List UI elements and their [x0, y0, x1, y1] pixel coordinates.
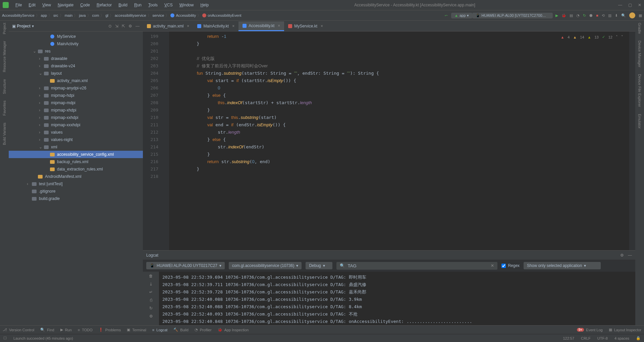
code-area[interactable]: return -1 } // 优化版 // 修复了前后传入字符相同时会Over … — [169, 31, 629, 250]
indent-info[interactable]: 4 spaces — [614, 336, 629, 340]
stop-icon[interactable]: ■ — [596, 13, 598, 17]
gear-icon[interactable]: ⚙ — [128, 24, 132, 28]
breadcrumb-segment[interactable]: service — [153, 13, 164, 17]
print-icon[interactable]: ⎙ — [150, 298, 152, 302]
tree-node[interactable]: ›drawable — [9, 55, 143, 62]
menu-vcs[interactable]: VCS — [162, 1, 175, 9]
tree-node[interactable]: backup_rules.xml — [9, 158, 143, 165]
breadcrumb-segment[interactable]: onAccessibilityEvent — [208, 13, 241, 17]
event-log-button[interactable]: 9+ Event Log — [577, 328, 603, 332]
device-dropdown[interactable]: 📱 HUAWEI ALP-AL00 UYT0217C27 ▾ — [146, 262, 225, 269]
tool-build-variants[interactable]: Build Variants — [2, 123, 6, 145]
avd-icon[interactable]: ▥ — [608, 13, 611, 18]
bottom-terminal[interactable]: ▣Terminal — [127, 328, 146, 332]
breadcrumb-segment[interactable]: Accessibility — [176, 13, 196, 17]
profile-icon[interactable]: ◔ — [576, 13, 580, 18]
tool-gradle[interactable]: Gradle — [638, 23, 642, 34]
trash-icon[interactable]: 🗑 — [149, 274, 153, 278]
close-tab-icon[interactable]: × — [232, 24, 234, 28]
menu-run[interactable]: Run — [131, 1, 144, 9]
tool-structure[interactable]: Structure — [2, 79, 6, 94]
tree-node[interactable]: ›test [unitTest] — [9, 180, 143, 188]
regex-checkbox[interactable]: Regex — [501, 263, 520, 268]
bottom-app-inspection[interactable]: 🐞App Inspection — [218, 328, 249, 332]
tool-device-manager[interactable]: Device Manager — [638, 41, 642, 67]
status-icon[interactable]: ☐ — [3, 336, 7, 340]
run-icon[interactable]: ▶ — [555, 13, 558, 18]
breadcrumb[interactable]: AccessibilityService〉app〉src〉main〉java〉c… — [2, 13, 441, 18]
close-icon[interactable]: ✕ — [638, 3, 641, 7]
run-config-selector[interactable]: ▲ app ▾ — [451, 13, 472, 18]
menu-navigate[interactable]: Navigate — [55, 1, 76, 9]
avatar[interactable] — [629, 12, 635, 18]
sync-icon[interactable]: ⟲ — [602, 13, 605, 18]
tree-node[interactable]: ›mipmap-xxhdpi — [9, 114, 143, 121]
expand-icon[interactable]: ⇲ — [115, 24, 118, 28]
tree-node[interactable]: build.gradle — [9, 195, 143, 202]
breadcrumb-segment[interactable]: accessibilityservice — [115, 13, 146, 17]
layout-inspector-button[interactable]: ▦ Layout Inspector — [609, 328, 641, 332]
settings-icon[interactable]: ▦ — [639, 13, 642, 18]
breadcrumb-segment[interactable]: gl — [105, 13, 108, 17]
file-encoding[interactable]: UTF-8 — [597, 336, 608, 340]
tree-node[interactable]: ›mipmap-xhdpi — [9, 107, 143, 114]
menu-tools[interactable]: Tools — [146, 1, 160, 9]
tree-node[interactable]: ›values — [9, 129, 143, 136]
menu-file[interactable]: File — [13, 1, 24, 9]
menu-help[interactable]: Help — [198, 1, 211, 9]
breadcrumb-segment[interactable]: app — [41, 13, 47, 17]
close-tab-icon[interactable]: × — [187, 24, 189, 28]
tree-node[interactable]: data_extraction_rules.xml — [9, 165, 143, 173]
tool-emulator[interactable]: Emulator — [638, 114, 642, 129]
line-separator[interactable]: CRLF — [581, 336, 591, 340]
tab-Accessibility-kt[interactable]: Accessibility.kt× — [238, 21, 284, 31]
bottom-build[interactable]: 🔨Build — [173, 328, 188, 332]
locate-icon[interactable]: ⊙ — [108, 24, 112, 28]
bottom-version-control[interactable]: ⎇Version Control — [3, 328, 34, 332]
hide-icon[interactable]: — — [136, 24, 140, 28]
restart-icon[interactable]: ↻ — [149, 306, 153, 311]
tab-MainActivity-kt[interactable]: MainActivity.kt× — [193, 22, 238, 31]
tree-node[interactable]: MyService — [9, 33, 143, 40]
menu-window[interactable]: Window — [177, 1, 197, 9]
bottom-profiler[interactable]: ◔Profiler — [195, 328, 212, 332]
tree-node[interactable]: ›mipmap-hdpi — [9, 92, 143, 99]
logcat-output[interactable]: 2023-05-08 22:52:39.694 10736-10736/com.… — [159, 272, 635, 325]
tree-node[interactable]: activity_main.xml — [9, 77, 143, 84]
lock-icon[interactable]: 🔒 — [636, 336, 641, 340]
tree-node[interactable]: ›mipmap-anydpi-v26 — [9, 84, 143, 92]
settings-icon[interactable]: ⚙ — [149, 314, 153, 319]
scroll-end-icon[interactable]: ⤓ — [149, 282, 153, 286]
tree-node[interactable]: MainActivity — [9, 40, 143, 48]
menu-refactor[interactable]: Refactor — [94, 1, 114, 9]
coverage-icon[interactable]: ▤ — [570, 13, 573, 18]
inspections-widget[interactable]: ▲4 ▲14 ▲13 ✓12 ˄ ˅ — [558, 34, 625, 40]
menu-view[interactable]: View — [40, 1, 54, 9]
regex-input[interactable] — [501, 264, 506, 268]
tree-node[interactable]: ›mipmap-mdpi — [9, 99, 143, 107]
apply-changes-icon[interactable]: ↻ — [583, 13, 586, 18]
breadcrumb-segment[interactable]: com — [92, 13, 99, 17]
tree-node[interactable]: ›mipmap-xxxhdpi — [9, 121, 143, 129]
tool-project[interactable]: Project — [2, 23, 6, 34]
chevron-up-icon[interactable]: ˄ — [616, 35, 618, 39]
maximize-icon[interactable]: ▢ — [628, 3, 632, 7]
menu-edit[interactable]: Edit — [26, 1, 38, 9]
tree-node[interactable]: AndroidManifest.xml — [9, 173, 143, 180]
tree-node[interactable]: ⌄res — [9, 48, 143, 55]
debug-icon[interactable]: 🐞 — [561, 13, 566, 18]
tool-resource-manager[interactable]: Resource Manager — [2, 41, 6, 72]
editor[interactable]: 1992002012022032042052062072082092102112… — [143, 31, 635, 250]
close-tab-icon[interactable]: × — [321, 24, 323, 28]
caret-position[interactable]: 122:57 — [563, 336, 574, 340]
tree-node[interactable]: ⌄layout — [9, 70, 143, 77]
filter-dropdown[interactable]: Show only selected application ▾ — [524, 262, 601, 269]
minimap[interactable] — [629, 31, 635, 250]
bottom-run[interactable]: ▶Run — [60, 328, 72, 332]
loglevel-dropdown[interactable]: Debug ▾ — [306, 262, 332, 269]
device-selector[interactable]: 📱 HUAWEI ALP-AL00 [UYT0217C2700… — [472, 13, 553, 18]
bottom-find[interactable]: 🔍Find — [40, 328, 54, 332]
logcat-search[interactable]: 🔍 ✕ — [336, 262, 497, 270]
collapse-icon[interactable]: ⇱ — [122, 24, 125, 28]
tree-node[interactable]: .gitignore — [9, 188, 143, 195]
